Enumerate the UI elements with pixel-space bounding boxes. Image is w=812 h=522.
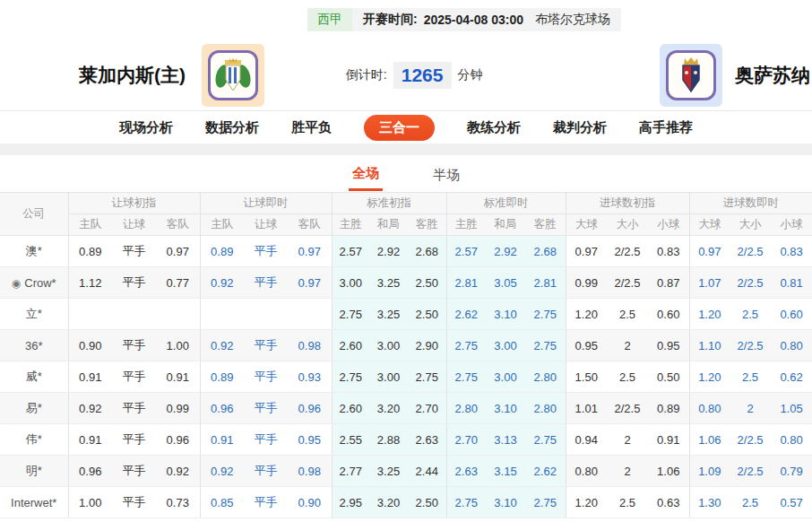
- odds-cell: 2.50: [408, 267, 446, 299]
- odds-cell: 2.75: [525, 299, 566, 330]
- odds-cell: 2: [607, 330, 648, 361]
- odds-cell: 平手: [244, 236, 288, 267]
- subtab-half-match[interactable]: 半场: [429, 158, 463, 190]
- odds-cell: 3.00: [332, 267, 369, 299]
- away-team-zone: 奥萨苏纳: [660, 44, 810, 107]
- odds-cell: 2.50: [408, 487, 446, 518]
- odds-cell: 1.00: [68, 487, 112, 518]
- odds-cell: 2.92: [486, 236, 525, 267]
- countdown-value: 1265: [393, 62, 452, 89]
- odds-cell: 0.96: [200, 393, 244, 424]
- home-team-name: 莱加内斯(主): [79, 63, 186, 88]
- company-cell[interactable]: 明*: [0, 456, 68, 487]
- odds-cell: 2.80: [525, 361, 566, 393]
- odds-cell: 0.98: [288, 330, 332, 361]
- tab-three-in-one[interactable]: 三合一: [364, 115, 435, 141]
- column-subheader: 和局: [369, 214, 408, 236]
- odds-cell: 0.89: [648, 393, 689, 424]
- tab-data-analysis[interactable]: 数据分析: [205, 119, 259, 136]
- company-cell[interactable]: 立*: [0, 299, 68, 330]
- odds-cell: 0.97: [156, 236, 200, 267]
- match-info-bar: 西甲 开赛时间: 2025-04-08 03:00 布塔尔克球场: [0, 0, 812, 39]
- odds-cell: 平手: [244, 393, 288, 424]
- odds-cell: 0.97: [288, 267, 332, 299]
- odds-cell: 1.20: [566, 299, 607, 330]
- column-subheader: 小球: [771, 214, 812, 236]
- odds-cell: 1.07: [689, 267, 730, 299]
- odds-cell: 2/2.5: [607, 393, 648, 424]
- company-column-header: 公司: [0, 193, 68, 236]
- odds-cell: 0.80: [771, 424, 812, 456]
- table-row: Interwet*1.00平手0.730.85平手0.902.953.202.5…: [0, 487, 812, 518]
- odds-cell: 2.75: [408, 361, 446, 393]
- table-row: 36*0.90平手1.000.92平手0.982.603.002.902.753…: [0, 330, 812, 361]
- company-cell[interactable]: 澳*: [0, 236, 68, 267]
- odds-cell: 2.63: [446, 456, 486, 487]
- table-row: 澳*0.89平手0.970.89平手0.972.572.922.682.572.…: [0, 236, 812, 267]
- odds-cell: 2.5: [607, 487, 648, 518]
- odds-cell: 0.96: [68, 456, 112, 487]
- odds-cell: 1.09: [689, 456, 730, 487]
- odds-cell: 2.57: [332, 236, 369, 267]
- tab-expert-picks[interactable]: 高手推荐: [639, 119, 693, 136]
- company-cell[interactable]: ◉Crow*: [0, 267, 68, 299]
- column-subheader: 主队: [200, 214, 244, 236]
- odds-cell: 0.92: [200, 456, 244, 487]
- odds-cell: 2.88: [369, 424, 408, 456]
- odds-cell: 0.80: [566, 456, 607, 487]
- odds-cell: 1.20: [689, 299, 730, 330]
- company-cell[interactable]: 易*: [0, 393, 68, 424]
- company-cell[interactable]: 36*: [0, 330, 68, 361]
- company-cell[interactable]: 伟*: [0, 424, 68, 456]
- tab-win-draw-lose[interactable]: 胜平负: [291, 119, 332, 136]
- odds-cell: 0.73: [156, 487, 200, 518]
- odds-cell: 0.97: [689, 236, 730, 267]
- odds-cell: 2.75: [525, 424, 566, 456]
- odds-cell: 0.96: [156, 424, 200, 456]
- subtab-full-match[interactable]: 全场: [349, 156, 383, 191]
- odds-cell: 2.57: [446, 236, 486, 267]
- company-cell[interactable]: 威*: [0, 361, 68, 393]
- table-row: 易*0.92平手0.990.96平手0.962.603.202.702.803.…: [0, 393, 812, 424]
- odds-cell: 0.91: [68, 361, 112, 393]
- odds-cell: 2.75: [525, 487, 566, 518]
- odds-cell: 2/2.5: [730, 236, 771, 267]
- odds-cell: 1.00: [156, 330, 200, 361]
- odds-cell: 0.90: [68, 330, 112, 361]
- odds-cell: [244, 299, 288, 330]
- leganes-crest-icon: [208, 50, 258, 100]
- odds-cell: 0.81: [771, 267, 812, 299]
- tab-coach-analysis[interactable]: 教练分析: [467, 119, 521, 136]
- osasuna-crest-icon: [666, 50, 716, 100]
- table-row: ◉Crow*1.12平手0.770.92平手0.973.003.252.502.…: [0, 267, 812, 299]
- column-subheader: 客队: [288, 214, 332, 236]
- odds-cell: 平手: [244, 456, 288, 487]
- odds-cell: 2.75: [446, 330, 486, 361]
- odds-cell: 0.62: [771, 361, 812, 393]
- odds-cell: 2.90: [408, 330, 446, 361]
- odds-cell: [156, 299, 200, 330]
- odds-cell: 1.10: [689, 330, 730, 361]
- odds-cell: 2.75: [332, 299, 369, 330]
- odds-cell: 0.60: [648, 299, 689, 330]
- odds-cell: 0.92: [200, 267, 244, 299]
- period-subtabs: 全场 半场: [0, 155, 812, 192]
- odds-cell: 1.30: [689, 487, 730, 518]
- odds-cell: 0.60: [771, 299, 812, 330]
- odds-cell: 3.25: [369, 299, 408, 330]
- odds-cell: 0.50: [648, 361, 689, 393]
- tab-referee-analysis[interactable]: 裁判分析: [553, 119, 607, 136]
- odds-cell: 平手: [112, 487, 156, 518]
- odds-cell: 2.62: [446, 299, 486, 330]
- analysis-nav: 现场分析 数据分析 胜平负 三合一 教练分析 裁判分析 高手推荐: [0, 111, 812, 144]
- company-cell[interactable]: Interwet*: [0, 487, 68, 518]
- odds-cell: 2.81: [525, 267, 566, 299]
- tab-live-analysis[interactable]: 现场分析: [119, 119, 173, 136]
- odds-cell: 2.63: [408, 424, 446, 456]
- odds-cell: 2/2.5: [607, 267, 648, 299]
- odds-cell: 平手: [112, 424, 156, 456]
- odds-cell: 0.57: [771, 487, 812, 518]
- column-subheader: 和局: [486, 214, 525, 236]
- team-header: 莱加内斯(主) 倒计时: 1265 分钟: [0, 39, 812, 111]
- odds-cell: 3.05: [486, 267, 525, 299]
